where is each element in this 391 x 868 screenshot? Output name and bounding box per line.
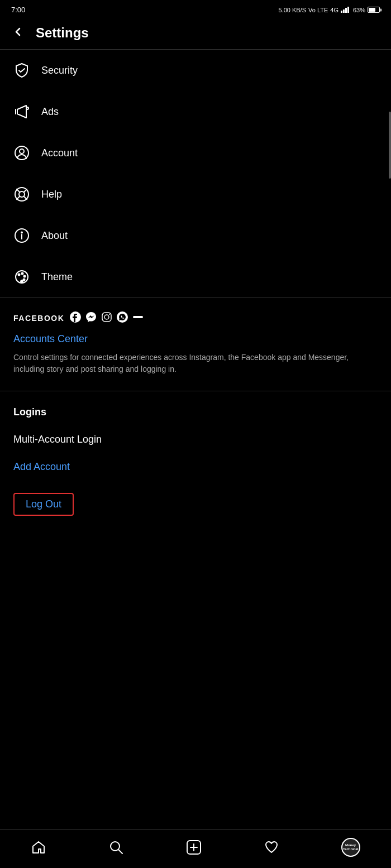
svg-point-21 (22, 273, 23, 275)
ads-label: Ads (41, 106, 59, 118)
network-4g: 4G (330, 7, 338, 13)
security-label: Security (41, 65, 78, 76)
messenger-icon (85, 311, 97, 325)
nav-search[interactable] (108, 840, 124, 855)
nav-create[interactable] (186, 840, 202, 855)
accounts-center-desc: Control settings for connected experienc… (13, 352, 378, 375)
svg-line-14 (24, 189, 27, 193)
logins-section: Logins Multi-Account Login Add Account L… (0, 391, 391, 527)
nav-home[interactable] (31, 840, 46, 855)
svg-point-26 (104, 315, 109, 319)
heart-icon (264, 840, 279, 855)
add-account-link[interactable]: Add Account (13, 461, 378, 473)
lifebuoy-icon (13, 186, 30, 203)
avatar-label: Money Technical (342, 842, 359, 852)
menu-item-ads[interactable]: Ads (0, 91, 391, 132)
avatar: Money Technical (341, 838, 360, 857)
network-speed: 5.00 KB/S (278, 7, 306, 13)
svg-rect-0 (341, 11, 342, 13)
status-bar: 7:00 5.00 KB/S Vo LTE 4G 63% (0, 0, 391, 17)
bottom-spacer (0, 527, 391, 583)
status-right: 5.00 KB/S Vo LTE 4G 63% (278, 6, 380, 14)
nav-activity[interactable] (264, 840, 279, 855)
svg-line-31 (118, 850, 122, 853)
home-icon (31, 840, 46, 855)
help-label: Help (41, 189, 62, 200)
svg-marker-4 (17, 105, 26, 118)
menu-item-about[interactable]: About (0, 215, 391, 256)
brand-icons (70, 311, 144, 325)
menu-item-account[interactable]: Account (0, 132, 391, 174)
facebook-section: FACEBOOK (0, 298, 391, 391)
svg-rect-3 (347, 7, 349, 13)
svg-point-9 (20, 149, 24, 154)
bottom-navigation: Money Technical (0, 829, 391, 868)
back-button[interactable] (11, 25, 25, 41)
battery-icon (368, 7, 380, 13)
palette-icon (13, 268, 30, 285)
status-time: 7:00 (11, 6, 25, 14)
svg-point-20 (18, 274, 20, 276)
menu-item-theme[interactable]: Theme (0, 256, 391, 298)
account-label: Account (41, 147, 78, 159)
settings-content: Security Ads Account (0, 50, 391, 583)
accounts-center-link[interactable]: Accounts Center (13, 333, 378, 345)
portal-icon (132, 311, 144, 325)
svg-point-18 (21, 232, 22, 233)
menu-item-help[interactable]: Help (0, 174, 391, 215)
megaphone-icon (13, 103, 30, 120)
whatsapp-icon (117, 311, 128, 325)
svg-rect-1 (343, 9, 345, 13)
logout-button[interactable]: Log Out (13, 493, 74, 516)
facebook-icon (70, 311, 81, 325)
svg-point-23 (23, 279, 25, 281)
svg-point-7 (26, 107, 28, 109)
multi-account-login[interactable]: Multi-Account Login (13, 434, 378, 445)
facebook-brand-text: FACEBOOK (13, 314, 64, 323)
svg-line-13 (24, 196, 27, 200)
svg-line-15 (17, 196, 20, 200)
create-icon (186, 840, 202, 855)
scrollbar[interactable] (389, 112, 391, 179)
page-title: Settings (36, 25, 89, 41)
search-icon (108, 840, 124, 855)
shield-check-icon (13, 62, 30, 79)
network-lte: Vo LTE (308, 7, 328, 13)
nav-profile[interactable]: Money Technical (341, 838, 360, 857)
instagram-icon (101, 311, 112, 325)
svg-point-27 (109, 314, 110, 315)
svg-point-22 (24, 276, 26, 277)
theme-label: Theme (41, 271, 73, 283)
svg-rect-29 (133, 316, 143, 318)
signal-bars (341, 6, 351, 14)
person-circle-icon (13, 145, 30, 161)
facebook-brand: FACEBOOK (13, 311, 378, 325)
svg-line-12 (17, 189, 20, 193)
about-label: About (41, 230, 68, 242)
logins-title: Logins (13, 406, 378, 418)
menu-item-security[interactable]: Security (0, 50, 391, 91)
battery-percent: 63% (353, 7, 365, 13)
svg-rect-2 (345, 8, 347, 13)
info-circle-icon (13, 227, 30, 244)
settings-header: Settings (0, 17, 391, 50)
